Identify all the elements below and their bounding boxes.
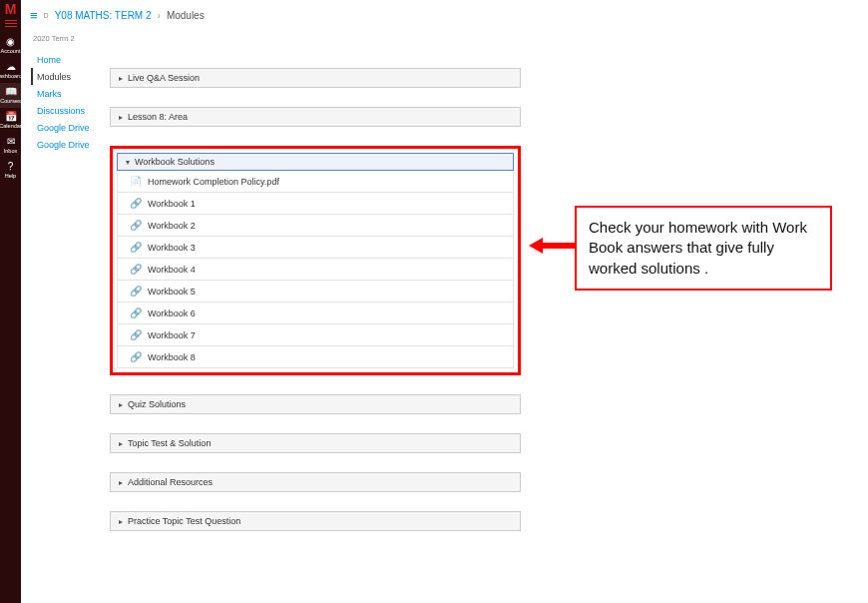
module-header[interactable]: Lesson 8: Area: [110, 107, 521, 127]
nav-calendar[interactable]: 📅 Calendar: [0, 108, 21, 133]
module-header-workbook[interactable]: Workbook Solutions: [117, 153, 514, 171]
nav-courses[interactable]: 📖 Courses: [0, 83, 21, 108]
dashboard-icon: ☁: [6, 62, 16, 72]
annotation-callout: Check your homework with Work Book answe…: [575, 206, 832, 291]
breadcrumb-course[interactable]: Y08 MATHS: TERM 2: [55, 10, 152, 21]
module-title: Practice Topic Test Question: [128, 516, 240, 526]
nav-inbox[interactable]: ✉ Inbox: [0, 133, 21, 158]
module-item-label: Workbook 1: [148, 199, 196, 209]
module-title: Quiz Solutions: [128, 399, 186, 409]
module-item[interactable]: 🔗 Workbook 3: [117, 237, 514, 259]
nav-label: Courses: [0, 98, 20, 104]
nav-account[interactable]: ◉ Account: [0, 33, 21, 58]
nav-help[interactable]: ? Help: [0, 158, 21, 183]
module-topic-test: Topic Test & Solution: [110, 433, 521, 453]
module-item[interactable]: 🔗 Workbook 5: [117, 281, 514, 302]
caret-right-icon: [119, 516, 123, 526]
link-icon: 🔗: [130, 307, 140, 318]
link-icon: 🔗: [130, 242, 140, 253]
course-menu-button[interactable]: ≡: [30, 8, 38, 23]
hamburger-icon[interactable]: [5, 18, 17, 29]
link-icon: 🔗: [130, 198, 140, 209]
module-header[interactable]: Live Q&A Session: [110, 68, 521, 88]
document-icon: 📄: [130, 176, 140, 187]
nav-label: Help: [5, 173, 16, 179]
nav-label: Calendar: [0, 123, 22, 129]
caret-right-icon: [119, 399, 123, 409]
nav-label: ashboard: [0, 73, 22, 79]
course-nav-modules[interactable]: Modules: [31, 68, 103, 85]
module-practice-question: Practice Topic Test Question: [110, 511, 521, 531]
module-title: Topic Test & Solution: [128, 438, 211, 448]
module-title: Workbook Solutions: [135, 157, 215, 167]
caret-right-icon: [119, 477, 123, 487]
module-item-label: Workbook 2: [148, 221, 196, 231]
link-icon: 🔗: [130, 351, 140, 362]
global-nav: M ◉ Account ☁ ashboard 📖 Courses 📅 Calen…: [0, 0, 21, 603]
caret-right-icon: [119, 438, 123, 448]
course-nav-discussions[interactable]: Discussions: [33, 102, 103, 119]
arrow-icon: [529, 238, 575, 254]
module-item-label: Workbook 7: [148, 330, 196, 340]
caret-right-icon: [119, 112, 123, 122]
course-nav: 2020 Term 2 Home Modules Marks Discussio…: [33, 34, 103, 153]
module-item[interactable]: 🔗 Workbook 2: [117, 215, 514, 237]
link-icon: 🔗: [130, 329, 140, 340]
module-additional-resources: Additional Resources: [110, 472, 521, 492]
module-item[interactable]: 🔗 Workbook 7: [117, 324, 514, 346]
user-icon: ◉: [6, 37, 15, 47]
nav-label: Inbox: [4, 148, 17, 154]
module-header[interactable]: Practice Topic Test Question: [110, 511, 521, 531]
module-header[interactable]: Quiz Solutions: [110, 394, 521, 414]
link-icon: 🔗: [130, 220, 140, 231]
link-icon: 🔗: [130, 264, 140, 275]
course-nav-google-drive[interactable]: Google Drive: [33, 119, 103, 136]
module-item[interactable]: 📄 Homework Completion Policy.pdf: [117, 171, 514, 193]
module-item-label: Workbook 6: [148, 308, 196, 318]
highlighted-module-box: Workbook Solutions 📄 Homework Completion…: [110, 146, 521, 375]
module-item-label: Workbook 8: [148, 352, 196, 362]
nav-dashboard[interactable]: ☁ ashboard: [0, 58, 21, 83]
module-header[interactable]: Additional Resources: [110, 472, 521, 492]
module-item-label: Homework Completion Policy.pdf: [148, 177, 279, 187]
module-item-label: Workbook 3: [148, 243, 196, 253]
module-item[interactable]: 🔗 Workbook 4: [117, 259, 514, 281]
module-quiz-solutions: Quiz Solutions: [110, 394, 521, 414]
module-item[interactable]: 🔗 Workbook 8: [117, 346, 514, 368]
course-nav-google-drive-2[interactable]: Google Drive: [33, 136, 103, 153]
courses-icon: 📖: [5, 87, 17, 97]
course-prefix: D: [44, 12, 49, 19]
module-item[interactable]: 🔗 Workbook 1: [117, 193, 514, 215]
module-item-label: Workbook 4: [148, 265, 196, 275]
module-lesson-8: Lesson 8: Area: [110, 107, 521, 127]
course-term: 2020 Term 2: [33, 34, 103, 43]
breadcrumb-page: Modules: [167, 10, 205, 21]
module-item-label: Workbook 5: [148, 287, 196, 297]
calendar-icon: 📅: [5, 112, 17, 122]
help-icon: ?: [8, 162, 14, 172]
module-title: Additional Resources: [128, 477, 213, 487]
nav-label: Account: [1, 48, 21, 54]
module-item[interactable]: 🔗 Workbook 6: [117, 302, 514, 324]
link-icon: 🔗: [130, 286, 140, 297]
module-live-qa: Live Q&A Session: [110, 68, 521, 88]
course-nav-home[interactable]: Home: [33, 51, 103, 68]
breadcrumb: ≡ D Y08 MATHS: TERM 2 › Modules: [30, 8, 205, 23]
module-title: Live Q&A Session: [128, 73, 200, 83]
logo[interactable]: M: [0, 0, 21, 16]
caret-right-icon: [119, 73, 123, 83]
course-nav-marks[interactable]: Marks: [33, 85, 103, 102]
breadcrumb-separator: ›: [158, 10, 161, 21]
modules-list: Live Q&A Session Lesson 8: Area Workbook…: [110, 34, 521, 550]
module-header[interactable]: Topic Test & Solution: [110, 433, 521, 453]
inbox-icon: ✉: [7, 137, 15, 147]
module-title: Lesson 8: Area: [128, 112, 188, 122]
caret-down-icon: [126, 157, 130, 167]
